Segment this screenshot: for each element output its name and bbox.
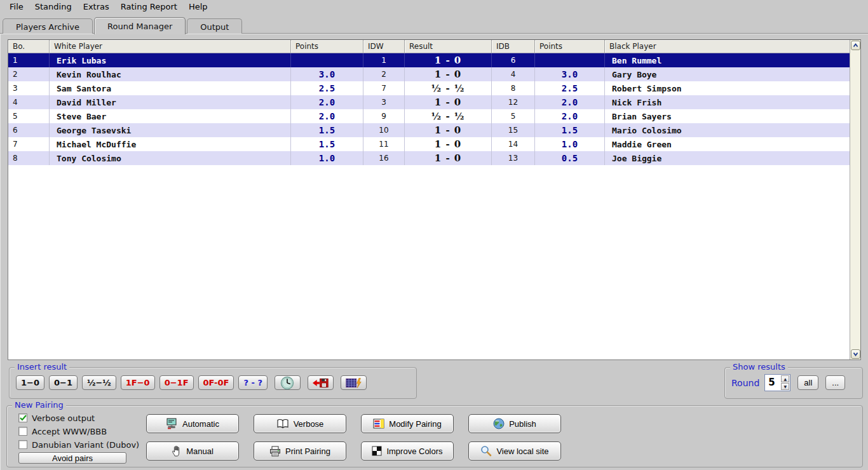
modify-pairing-button[interactable]: Modify Pairing — [361, 414, 454, 433]
tab-output[interactable]: Output — [187, 18, 242, 34]
cell-points_b: 0.5 — [535, 151, 605, 165]
app-window: { "menu": { "items": ["File", "Standing"… — [0, 0, 868, 470]
cell-white: Tony Colosimo — [50, 151, 291, 165]
cell-white: Sam Santora — [50, 81, 291, 95]
cell-result: ½ - ½ — [405, 81, 492, 95]
cell-black: Maddie Green — [605, 137, 850, 151]
spinner-down-button[interactable]: ▼ — [781, 383, 789, 390]
col-header-bo[interactable]: Bo. — [8, 40, 50, 53]
col-header-result[interactable]: Result — [405, 40, 492, 53]
more-rounds-button[interactable]: ... — [825, 375, 845, 390]
menu-rating-report[interactable]: Rating Report — [115, 1, 183, 13]
cell-white: Steve Baer — [50, 109, 291, 123]
insert-result-title: Insert result — [15, 362, 69, 372]
verbose-button[interactable]: Verbose — [254, 414, 346, 433]
round-spinner[interactable]: 5 ▲ ▼ — [764, 374, 790, 391]
result-0f-0f-button[interactable]: 0F-0F — [198, 375, 234, 390]
col-header-black-player[interactable]: Black Player — [605, 40, 860, 53]
verbose-output-checkbox[interactable]: Verbose output — [18, 413, 95, 423]
cell-black: Ben Rummel — [605, 53, 850, 67]
avoid-pairs-button[interactable]: Avoid pairs — [18, 452, 126, 464]
clock-button[interactable] — [275, 375, 301, 390]
table-row[interactable]: 5Steve Baer2.09½ - ½52.0Brian Sayers — [8, 109, 850, 123]
show-all-button[interactable]: all — [797, 375, 818, 390]
table-row[interactable]: 3Sam Santora2.57½ - ½82.5Robert Simpson — [8, 81, 850, 95]
result-1f-0-button[interactable]: 1F−0 — [121, 375, 155, 390]
table-row[interactable]: 6George Tasevski1.5101 - 0151.5Mario Col… — [8, 123, 850, 137]
cell-bo: 1 — [8, 53, 50, 67]
button-label: Improve Colors — [386, 446, 442, 456]
restore-save-button[interactable] — [308, 375, 334, 390]
cell-points_w: 2.5 — [291, 81, 363, 95]
book-icon — [276, 419, 289, 429]
cell-points_b: 2.0 — [535, 109, 605, 123]
colored-list-icon — [373, 419, 384, 429]
cell-idw: 3 — [363, 95, 405, 109]
publish-button[interactable]: Publish — [468, 414, 561, 433]
cell-points_w: 3.0 — [291, 67, 363, 81]
button-label: Modify Pairing — [389, 419, 441, 429]
cell-result: 1 - 0 — [405, 95, 492, 109]
table-row[interactable]: 7Michael McDuffie1.5111 - 0141.0Maddie G… — [8, 137, 850, 151]
cell-result: 1 - 0 — [405, 151, 492, 165]
tab-bar: Players Archive Round Manager Output — [3, 17, 243, 34]
button-label: Print Pairing — [285, 446, 330, 456]
cell-idb: 12 — [492, 95, 535, 109]
result-unknown-button[interactable]: ? - ? — [238, 375, 268, 390]
menu-standing[interactable]: Standing — [29, 1, 78, 13]
table-row[interactable]: 8Tony Colosimo1.0161 - 0130.5Joe Biggie — [8, 151, 850, 165]
vertical-scrollbar[interactable] — [850, 40, 860, 359]
col-header-idb[interactable]: IDB — [492, 40, 535, 53]
cell-idw: 9 — [363, 109, 405, 123]
cell-black: Nick Frish — [605, 95, 850, 109]
col-header-idw[interactable]: IDW — [363, 40, 405, 53]
cell-result: 1 - 0 — [405, 123, 492, 137]
col-header-white-player[interactable]: White Player — [50, 40, 291, 53]
checkbox-label: Verbose output — [32, 413, 95, 423]
view-local-site-button[interactable]: View local site — [468, 441, 561, 460]
scroll-up-button[interactable] — [851, 41, 860, 50]
computer-icon — [166, 418, 178, 429]
improve-colors-button[interactable]: Improve Colors — [361, 441, 454, 460]
result-0-1f-button[interactable]: 0−1F — [159, 375, 194, 390]
cell-idb: 15 — [492, 123, 535, 137]
menu-help[interactable]: Help — [183, 1, 214, 13]
cell-points_b: 1.5 — [535, 123, 605, 137]
globe-icon — [493, 418, 505, 429]
accept-www-bbb-checkbox[interactable]: Accept WWW/BBB — [18, 426, 107, 436]
print-pairing-button[interactable]: Print Pairing — [254, 441, 346, 460]
cell-black: Mario Colosimo — [605, 123, 850, 137]
cell-result: 1 - 0 — [405, 137, 492, 151]
menu-extras[interactable]: Extras — [78, 1, 115, 13]
checkbox-label: Accept WWW/BBB — [32, 427, 107, 436]
table-row[interactable]: 1Erik Lubas11 - 06Ben Rummel — [8, 53, 850, 67]
result-0-1-button[interactable]: 0−1 — [49, 375, 78, 390]
table-row[interactable]: 2Kevin Roulhac3.021 - 043.0Gary Boye — [8, 67, 850, 81]
cell-result: 1 - 0 — [405, 53, 492, 67]
manual-button[interactable]: Manual — [146, 441, 239, 460]
button-label: Automatic — [182, 419, 219, 429]
spinner-up-button[interactable]: ▲ — [781, 375, 789, 382]
cell-points_w: 2.0 — [291, 109, 363, 123]
checkbox[interactable] — [18, 427, 27, 436]
checkbox[interactable] — [18, 413, 27, 422]
cell-idb: 13 — [492, 151, 535, 165]
result-draw-button[interactable]: ½−½ — [82, 375, 116, 390]
result-1-0-button[interactable]: 1−0 — [16, 375, 44, 390]
automatic-button[interactable]: Automatic — [146, 414, 239, 433]
table-row[interactable]: 4David Miller2.031 - 0122.0Nick Frish — [8, 95, 850, 109]
checkbox[interactable] — [18, 440, 27, 449]
col-header-points-white[interactable]: Points — [291, 40, 363, 53]
tab-round-manager[interactable]: Round Manager — [94, 17, 186, 34]
cell-points_w: 1.5 — [291, 123, 363, 137]
new-pairing-group: New Pairing Verbose output Accept WWW/BB… — [6, 405, 863, 467]
menu-file[interactable]: File — [4, 1, 29, 13]
cell-points_b: 3.0 — [535, 67, 605, 81]
check-icon — [20, 415, 27, 421]
tab-players-archive[interactable]: Players Archive — [3, 18, 93, 34]
col-header-points-black[interactable]: Points — [535, 40, 605, 53]
danubian-variant-checkbox[interactable]: Danubian Variant (Dubov) — [18, 440, 139, 450]
new-pairing-title: New Pairing — [12, 400, 66, 410]
scroll-down-button[interactable] — [851, 349, 860, 359]
update-table-button[interactable] — [341, 375, 367, 390]
